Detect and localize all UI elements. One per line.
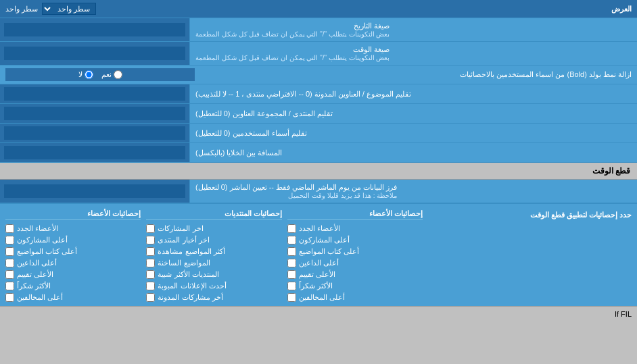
col2-header: إحصائيات المنتديات bbox=[146, 208, 281, 220]
checkbox-item: الأعلى تقييم bbox=[5, 270, 141, 279]
select-label: سطر واحد bbox=[5, 5, 38, 14]
forum-address-input[interactable]: 33 bbox=[4, 107, 185, 120]
checkbox-item: أعلى كتاب المواضيع bbox=[287, 247, 423, 256]
col3-check-1[interactable] bbox=[5, 236, 14, 244]
usernames-trim-row: تقليم أسماء المستخدمين (0 للتعطيل) 0 bbox=[0, 124, 637, 143]
col2-check-1[interactable] bbox=[146, 236, 155, 244]
radio-no[interactable] bbox=[85, 70, 93, 79]
forum-address-row: تقليم المنتدى / المجموعة العناوين (0 للت… bbox=[0, 104, 637, 124]
col1-check-4[interactable] bbox=[287, 270, 296, 279]
checkbox-item: الأكثر شكراً bbox=[287, 282, 423, 290]
cell-spacing-input[interactable]: 2 bbox=[4, 146, 185, 159]
col1-check-5[interactable] bbox=[287, 282, 296, 290]
col1-check-2[interactable] bbox=[287, 247, 296, 256]
time-format-label: صيغة الوقت بعض التكوينات يتطلب "/" التي … bbox=[189, 42, 637, 65]
topic-address-row: تقليم الموضوع / العناوين المدونة (0 -- ا… bbox=[0, 84, 637, 104]
time-format-input-container: H:i bbox=[0, 42, 189, 65]
checkbox-item: أعلى الداعين bbox=[5, 259, 141, 267]
cell-spacing-input-container: 2 bbox=[0, 143, 189, 162]
col1-header: إحصائيات الأعضاء bbox=[287, 208, 423, 220]
topic-address-label: تقليم الموضوع / العناوين المدونة (0 -- ا… bbox=[189, 84, 637, 103]
header-row: العرض سطر واحدسطرانثلاثة أسطر سطر واحد bbox=[0, 0, 637, 18]
time-cutoff-row: فرز البيانات من يوم الماشر الماضي فقط --… bbox=[0, 180, 637, 203]
time-cutoff-input-container: 0 bbox=[0, 180, 189, 203]
checkbox-item: الأعضاء الجدد bbox=[5, 224, 141, 233]
checkbox-col-2: إحصائيات المنتديات اخر المشاركات اخر أخب… bbox=[146, 208, 281, 302]
col2-check-3[interactable] bbox=[146, 259, 155, 267]
header-label: العرض bbox=[611, 5, 632, 14]
usernames-trim-input[interactable]: 0 bbox=[4, 126, 185, 140]
col1-check-6[interactable] bbox=[287, 293, 296, 302]
topic-address-input[interactable]: 33 bbox=[4, 87, 185, 101]
topic-address-input-container: 33 bbox=[0, 84, 189, 103]
time-cutoff-label: فرز البيانات من يوم الماشر الماضي فقط --… bbox=[189, 180, 637, 203]
time-format-row: صيغة الوقت بعض التكوينات يتطلب "/" التي … bbox=[0, 42, 637, 66]
checkbox-item: أكثر المواضيع مشاهدة bbox=[146, 247, 281, 256]
col3-check-5[interactable] bbox=[5, 282, 14, 290]
checkbox-item: الأكثر شكراً bbox=[5, 282, 141, 290]
date-format-input[interactable]: d-m bbox=[4, 23, 185, 36]
time-cutoff-header: قطع الوقت bbox=[0, 163, 637, 180]
col2-check-0[interactable] bbox=[146, 224, 155, 233]
date-format-input-container: d-m bbox=[0, 18, 189, 41]
checkbox-item: أخر مشاركات المدونة bbox=[146, 293, 281, 302]
time-cutoff-input[interactable]: 0 bbox=[4, 184, 185, 198]
bold-radio-options: نعم لا bbox=[5, 68, 195, 81]
radio-yes[interactable] bbox=[114, 70, 122, 79]
checkbox-item: الأعضاء الجدد bbox=[287, 224, 423, 233]
col3-check-2[interactable] bbox=[5, 247, 14, 256]
checkbox-item: المنتديات الأكثر شبية bbox=[146, 270, 281, 279]
bottom-bar: If FIL bbox=[0, 306, 637, 321]
forum-address-label: تقليم المنتدى / المجموعة العناوين (0 للت… bbox=[189, 104, 637, 123]
col1-check-0[interactable] bbox=[287, 224, 296, 233]
col3-check-4[interactable] bbox=[5, 270, 14, 279]
date-format-row: صيغة التاريخ بعض التكوينات يتطلب "/" الت… bbox=[0, 18, 637, 42]
checkbox-item: الأعلى تقييم bbox=[287, 270, 423, 279]
col2-check-6[interactable] bbox=[146, 293, 155, 302]
checkbox-col-1: إحصائيات الأعضاء الأعضاء الجدد أعلى المش… bbox=[287, 208, 423, 302]
cell-spacing-label: المسافة بين الخلايا (بالبكسل) bbox=[189, 143, 637, 162]
col1-check-3[interactable] bbox=[287, 259, 296, 267]
col3-header: إحصائيات الأعضاء bbox=[5, 208, 141, 220]
checkbox-item: أعلى كتاب المواضيع bbox=[5, 247, 141, 256]
bold-label: ازالة نمط بولد (Bold) من اسماء المستخدمي… bbox=[195, 70, 632, 79]
checkbox-item: المواضيع الساخنة bbox=[146, 259, 281, 267]
checkbox-grid: إحصائيات الأعضاء الأعضاء الجدد أعلى المش… bbox=[5, 208, 423, 302]
checkbox-item: أعلى المخالفين bbox=[287, 293, 423, 302]
checkbox-item: اخر المشاركات bbox=[146, 224, 281, 233]
col3-check-3[interactable] bbox=[5, 259, 14, 267]
col3-check-6[interactable] bbox=[5, 293, 14, 302]
col1-check-1[interactable] bbox=[287, 236, 296, 244]
usernames-trim-input-container: 0 bbox=[0, 124, 189, 142]
col2-check-5[interactable] bbox=[146, 282, 155, 290]
col2-check-4[interactable] bbox=[146, 270, 155, 279]
radio-yes-label[interactable]: نعم bbox=[101, 70, 122, 79]
checkbox-item: أعلى المخالفين bbox=[5, 293, 141, 302]
cell-spacing-row: المسافة بين الخلايا (بالبكسل) 2 bbox=[0, 143, 637, 163]
checkbox-item: أعلى الداعين bbox=[287, 259, 423, 267]
checkbox-item: أعلى المشاركون bbox=[5, 236, 141, 244]
bold-usernames-row: ازالة نمط بولد (Bold) من اسماء المستخدمي… bbox=[0, 66, 637, 84]
radio-no-label[interactable]: لا bbox=[78, 70, 93, 79]
checkboxes-section: حدد إحصائيات لتطبيق قطع الوقت إحصائيات ا… bbox=[0, 203, 637, 306]
col3-check-0[interactable] bbox=[5, 224, 14, 233]
date-format-label: صيغة التاريخ بعض التكوينات يتطلب "/" الت… bbox=[189, 18, 637, 41]
checkbox-item: اخر أخبار المنتدى bbox=[146, 236, 281, 244]
forum-address-input-container: 33 bbox=[0, 104, 189, 123]
bottom-text: If FIL bbox=[615, 310, 632, 318]
checkbox-col-3: إحصائيات الأعضاء الأعضاء الجدد أعلى المش… bbox=[5, 208, 141, 302]
main-container: العرض سطر واحدسطرانثلاثة أسطر سطر واحد ص… bbox=[0, 0, 637, 321]
display-select[interactable]: سطر واحدسطرانثلاثة أسطر bbox=[42, 3, 96, 15]
checkbox-item: أحدث الإعلانات المبوبة bbox=[146, 282, 281, 290]
col2-check-2[interactable] bbox=[146, 247, 155, 256]
checkbox-item: أعلى المشاركون bbox=[287, 236, 423, 244]
usernames-trim-label: تقليم أسماء المستخدمين (0 للتعطيل) bbox=[189, 124, 637, 142]
time-format-input[interactable]: H:i bbox=[4, 47, 185, 60]
stats-apply-label: حدد إحصائيات لتطبيق قطع الوقت bbox=[423, 208, 632, 219]
